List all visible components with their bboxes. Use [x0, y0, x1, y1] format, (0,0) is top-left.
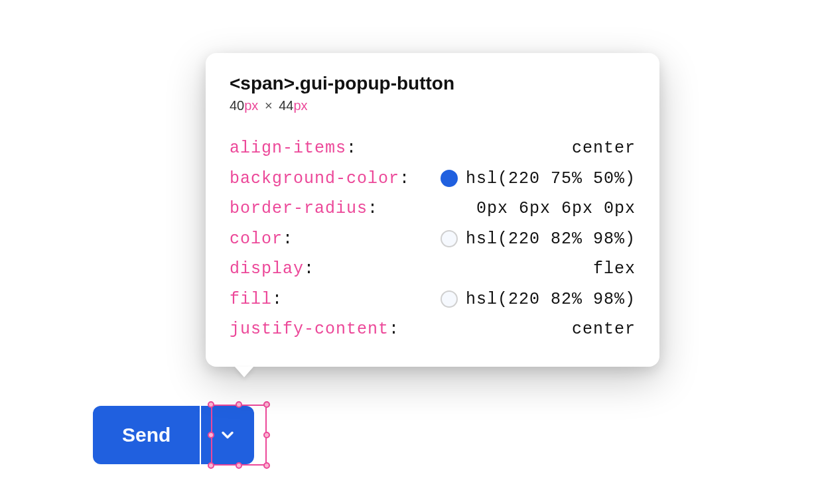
color-swatch-icon — [441, 230, 458, 247]
dim-width-num: 40 — [230, 98, 244, 113]
css-property-value: 0px 6px 6px 0px — [476, 200, 636, 217]
style-inspector-tooltip: <span>.gui-popup-button 40px × 44px alig… — [206, 53, 659, 367]
css-property-name: color: — [230, 231, 293, 247]
css-property-value: hsl(220 82% 98%) — [441, 290, 636, 308]
css-property-value-text: hsl(220 82% 98%) — [466, 291, 636, 308]
css-property-row: align-items:center — [230, 133, 636, 163]
css-property-value-text: hsl(220 75% 50%) — [466, 170, 636, 187]
dim-height-unit: px — [293, 98, 307, 113]
tooltip-header: <span>.gui-popup-button 40px × 44px — [230, 73, 636, 113]
tooltip-selector: <span>.gui-popup-button — [230, 73, 636, 94]
tooltip-dimensions: 40px × 44px — [230, 98, 636, 113]
css-property-row: justify-content:center — [230, 314, 636, 344]
dim-times: × — [265, 98, 273, 113]
css-property-value-text: center — [572, 321, 636, 338]
css-property-row: border-radius:0px 6px 6px 0px — [230, 194, 636, 223]
resize-handle-top-right[interactable] — [263, 401, 270, 408]
resize-handle-mid-right[interactable] — [263, 432, 270, 438]
chevron-down-icon — [218, 426, 237, 444]
dim-width-unit: px — [244, 98, 258, 113]
css-property-row: fill:hsl(220 82% 98%) — [230, 284, 636, 314]
css-property-value-text: center — [572, 140, 636, 157]
css-property-name: align-items: — [230, 140, 357, 157]
color-swatch-icon — [441, 170, 458, 187]
css-property-name: fill: — [230, 291, 283, 308]
css-property-row: background-color:hsl(220 75% 50%) — [230, 163, 636, 194]
css-property-name: background-color: — [230, 170, 410, 187]
css-property-value: center — [572, 140, 636, 157]
popup-button[interactable] — [201, 406, 254, 464]
css-property-list: align-items:centerbackground-color:hsl(2… — [230, 133, 636, 344]
css-property-value-text: flex — [593, 261, 636, 277]
css-property-value: flex — [593, 261, 636, 277]
css-property-row: color:hsl(220 82% 98%) — [230, 223, 636, 254]
send-button[interactable]: Send — [93, 406, 200, 464]
color-swatch-icon — [441, 290, 458, 308]
css-property-value: center — [572, 321, 636, 338]
css-property-name: border-radius: — [230, 200, 378, 217]
css-property-value: hsl(220 75% 50%) — [441, 170, 636, 187]
css-property-name: justify-content: — [230, 321, 399, 338]
dim-height-num: 44 — [279, 98, 293, 113]
css-property-value-text: hsl(220 82% 98%) — [466, 231, 636, 247]
css-property-name: display: — [230, 261, 314, 277]
resize-handle-bottom-right[interactable] — [263, 462, 270, 469]
css-property-value-text: 0px 6px 6px 0px — [476, 200, 636, 217]
send-button-label: Send — [122, 424, 171, 446]
css-property-row: display:flex — [230, 254, 636, 284]
css-property-value: hsl(220 82% 98%) — [441, 230, 636, 247]
split-button-group: Send — [93, 406, 254, 464]
